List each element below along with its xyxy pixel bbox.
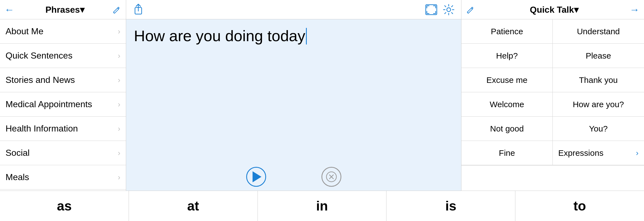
main-content: About Me › Quick Sentences › Stories and… bbox=[0, 19, 644, 191]
play-button[interactable] bbox=[246, 167, 266, 187]
chevron-icon: › bbox=[118, 51, 120, 60]
word-cell-at[interactable]: at bbox=[129, 191, 258, 221]
left-toolbar: ← Phrases▾ bbox=[0, 0, 126, 19]
quick-talk-cell[interactable]: Please bbox=[553, 44, 644, 68]
chevron-icon: › bbox=[118, 173, 120, 182]
clear-button[interactable] bbox=[321, 167, 341, 187]
quick-talk-cell[interactable]: How are you? bbox=[553, 92, 644, 117]
list-item[interactable]: Meals › bbox=[0, 165, 126, 190]
cell-label: Please bbox=[586, 51, 611, 60]
svg-rect-1 bbox=[426, 5, 437, 15]
right-panel: Patience Understand Help? Please Excuse … bbox=[461, 19, 644, 191]
list-item[interactable]: Medical Appointments › bbox=[0, 92, 126, 117]
list-item-label: Quick Sentences bbox=[6, 51, 118, 61]
cell-label: Understand bbox=[577, 27, 620, 36]
word-label: in bbox=[316, 198, 328, 214]
text-cursor bbox=[306, 28, 307, 44]
cell-label: Excuse me bbox=[486, 75, 527, 85]
phrases-dropdown-arrow: ▾ bbox=[80, 5, 84, 15]
quick-talk-dropdown-arrow: ▾ bbox=[574, 5, 578, 15]
chevron-icon: › bbox=[118, 149, 120, 157]
list-item-label: Medical Appointments bbox=[6, 99, 118, 109]
quick-talk-cell[interactable]: Help? bbox=[461, 44, 553, 68]
quick-talk-cell[interactable]: Excuse me bbox=[461, 68, 553, 92]
word-cell-in[interactable]: in bbox=[258, 191, 387, 221]
cell-label: Help? bbox=[496, 51, 518, 60]
middle-toolbar-right bbox=[425, 4, 455, 15]
list-item-label: About Me bbox=[6, 26, 118, 36]
back-icon[interactable]: ← bbox=[4, 4, 14, 15]
chevron-icon: › bbox=[118, 27, 120, 36]
quick-talk-title-text: Quick Talk bbox=[530, 5, 574, 15]
word-label: at bbox=[187, 198, 199, 214]
right-edit-icon[interactable] bbox=[466, 5, 475, 14]
cell-chevron-icon: › bbox=[636, 149, 638, 157]
cell-label: Not good bbox=[490, 124, 524, 133]
list-item-label: Health Information bbox=[6, 123, 118, 134]
quick-talk-cell[interactable]: Patience bbox=[461, 19, 553, 44]
play-icon bbox=[253, 171, 261, 182]
list-item-label: Meals bbox=[6, 172, 118, 182]
quick-talk-cell[interactable]: Not good bbox=[461, 117, 553, 141]
quick-talk-cell[interactable]: Understand bbox=[553, 19, 644, 44]
quick-talk-grid: Patience Understand Help? Please Excuse … bbox=[461, 19, 644, 165]
list-item[interactable]: Health Information › bbox=[0, 117, 126, 141]
list-item[interactable]: About Me › bbox=[0, 19, 126, 44]
clear-icon bbox=[326, 171, 337, 182]
word-label: as bbox=[57, 198, 72, 214]
list-item-label: Social bbox=[6, 148, 118, 158]
display-text: How are you doing today bbox=[134, 27, 305, 44]
quick-talk-cell[interactable]: Welcome bbox=[461, 92, 553, 117]
word-label: is bbox=[445, 198, 456, 214]
word-cell-is[interactable]: is bbox=[386, 191, 515, 221]
list-item[interactable]: Stories and News › bbox=[0, 68, 126, 92]
list-item[interactable]: Social › bbox=[0, 141, 126, 165]
main-toolbar: ← Phrases▾ bbox=[0, 0, 644, 19]
list-item[interactable]: Quick Sentences › bbox=[0, 44, 126, 68]
cell-label: Thank you bbox=[579, 75, 618, 85]
right-toolbar-title[interactable]: Quick Talk▾ bbox=[479, 4, 630, 15]
cell-label: Expressions bbox=[558, 148, 603, 158]
text-display[interactable]: How are you doing today bbox=[126, 19, 461, 163]
svg-point-2 bbox=[447, 8, 451, 12]
middle-panel: How are you doing today bbox=[126, 19, 461, 191]
cell-label: Welcome bbox=[490, 100, 524, 109]
quick-talk-cell[interactable]: Thank you bbox=[553, 68, 644, 92]
word-cell-as[interactable]: as bbox=[0, 191, 129, 221]
list-item-label: Stories and News bbox=[6, 75, 118, 85]
chevron-icon: › bbox=[118, 124, 120, 133]
chevron-icon: › bbox=[118, 76, 120, 85]
right-toolbar: Quick Talk▾ → bbox=[461, 0, 644, 19]
cell-label: Patience bbox=[491, 27, 523, 36]
settings-icon[interactable] bbox=[443, 4, 455, 15]
expand-icon[interactable] bbox=[425, 4, 437, 15]
quick-talk-cell[interactable]: You? bbox=[553, 117, 644, 141]
left-toolbar-title[interactable]: Phrases▾ bbox=[18, 4, 112, 15]
middle-toolbar-left bbox=[133, 4, 144, 16]
word-cell-to[interactable]: to bbox=[515, 191, 644, 221]
quick-talk-cell-expressions[interactable]: Expressions › bbox=[553, 141, 644, 165]
cell-label: Fine bbox=[499, 148, 515, 158]
middle-toolbar bbox=[126, 0, 461, 19]
middle-panel-controls bbox=[126, 163, 461, 191]
left-edit-icon[interactable] bbox=[112, 5, 121, 14]
bottom-bar: as at in is to bbox=[0, 191, 644, 221]
cell-label: How are you? bbox=[573, 100, 624, 109]
left-panel: About Me › Quick Sentences › Stories and… bbox=[0, 19, 126, 191]
chevron-icon: › bbox=[118, 100, 120, 109]
phrases-title-text: Phrases bbox=[45, 5, 80, 15]
quick-talk-cell[interactable]: Fine bbox=[461, 141, 553, 165]
share-icon[interactable] bbox=[133, 4, 144, 16]
cell-label: You? bbox=[589, 124, 607, 133]
word-label: to bbox=[573, 198, 586, 214]
forward-icon[interactable]: → bbox=[630, 4, 640, 15]
